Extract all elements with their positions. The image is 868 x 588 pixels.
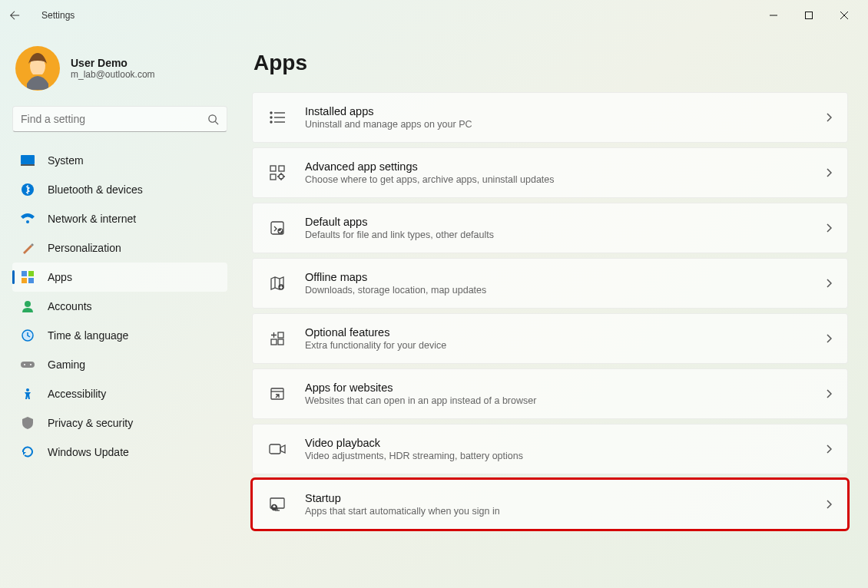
card-desc: Extra functionality for your device: [305, 340, 826, 351]
nav-accounts[interactable]: Accounts: [12, 292, 227, 321]
profile-block[interactable]: User Demo m_lab@outlook.com: [12, 37, 227, 103]
nav-label: Bluetooth & devices: [48, 183, 143, 196]
card-desc: Video adjustments, HDR streaming, batter…: [305, 451, 826, 461]
chevron-right-icon: [826, 389, 832, 398]
nav-system[interactable]: System: [12, 146, 227, 175]
nav-label: Time & language: [48, 329, 128, 342]
chevron-right-icon: [826, 334, 832, 343]
card-default-apps[interactable]: Default appsDefaults for file and link t…: [252, 203, 848, 253]
card-offline-maps[interactable]: Offline mapsDownloads, storage location,…: [252, 258, 848, 309]
chevron-right-icon: [826, 113, 832, 122]
card-title: Apps for websites: [305, 382, 826, 394]
system-icon: [20, 155, 35, 166]
card-startup[interactable]: StartupApps that start automatically whe…: [252, 479, 848, 530]
profile-name: User Demo: [71, 57, 155, 69]
main-panel: Apps Installed appsUninstall and manage …: [240, 31, 868, 588]
nav-label: Privacy & security: [48, 417, 133, 429]
svg-point-18: [24, 364, 25, 365]
nav-update[interactable]: Windows Update: [12, 438, 227, 467]
nav-label: Gaming: [48, 358, 85, 371]
chevron-right-icon: [826, 223, 832, 233]
svg-rect-12: [28, 271, 34, 276]
svg-rect-11: [22, 271, 27, 276]
chevron-right-icon: [826, 444, 832, 454]
nav-label: System: [48, 154, 84, 167]
card-desc: Websites that can open in an app instead…: [305, 395, 826, 406]
card-video-playback[interactable]: Video playbackVideo adjustments, HDR str…: [252, 424, 848, 474]
svg-rect-7: [21, 155, 35, 164]
nav-time[interactable]: Time & language: [12, 321, 227, 350]
nav-list: System Bluetooth & devices Network & int…: [12, 146, 227, 467]
svg-rect-17: [21, 362, 35, 368]
svg-rect-35: [271, 339, 277, 345]
card-advanced-app-settings[interactable]: Advanced app settingsChoose where to get…: [252, 147, 848, 198]
svg-rect-29: [270, 174, 276, 180]
update-icon: [20, 446, 35, 458]
nav-network[interactable]: Network & internet: [12, 204, 227, 233]
svg-rect-13: [22, 278, 27, 283]
page-heading: Apps: [253, 51, 848, 75]
svg-point-20: [26, 388, 29, 391]
card-title: Optional features: [305, 326, 826, 339]
card-desc: Downloads, storage location, map updates: [305, 285, 826, 296]
svg-rect-1: [806, 12, 813, 19]
nav-label: Accounts: [48, 300, 92, 312]
maximize-button[interactable]: [791, 3, 827, 28]
svg-rect-36: [278, 339, 283, 345]
svg-rect-8: [21, 164, 35, 166]
close-button[interactable]: [827, 3, 862, 28]
chevron-right-icon: [826, 279, 832, 288]
svg-rect-37: [271, 388, 283, 399]
card-title: Installed apps: [305, 105, 826, 117]
svg-point-15: [25, 301, 31, 307]
nav-label: Windows Update: [48, 446, 129, 458]
add-feature-icon: [268, 331, 287, 346]
minimize-button[interactable]: [756, 3, 791, 28]
card-title: Startup: [305, 492, 826, 504]
search-input[interactable]: [21, 113, 207, 125]
nav-accessibility[interactable]: Accessibility: [12, 379, 227, 408]
accessibility-icon: [20, 388, 35, 400]
nav-gaming[interactable]: Gaming: [12, 350, 227, 379]
startup-icon: [268, 497, 287, 511]
nav-personalization[interactable]: Personalization: [12, 233, 227, 263]
nav-label: Network & internet: [48, 213, 136, 225]
svg-rect-39: [270, 444, 280, 454]
window-title: Settings: [34, 10, 75, 21]
clock-icon: [20, 329, 35, 342]
wifi-icon: [20, 213, 35, 224]
window-link-icon: [268, 387, 287, 401]
card-desc: Defaults for file and link types, other …: [305, 230, 826, 240]
brush-icon: [20, 241, 35, 255]
svg-rect-27: [270, 166, 276, 171]
svg-rect-34: [278, 332, 283, 338]
card-title: Advanced app settings: [305, 160, 826, 173]
search-box[interactable]: [12, 106, 227, 132]
search-icon: [207, 114, 219, 125]
card-optional-features[interactable]: Optional featuresExtra functionality for…: [252, 313, 848, 364]
nav-label: Personalization: [48, 242, 121, 254]
card-installed-apps[interactable]: Installed appsUninstall and manage apps …: [252, 92, 848, 143]
svg-point-25: [270, 121, 272, 123]
svg-point-30: [279, 174, 283, 179]
apps-icon: [20, 271, 35, 283]
nav-privacy[interactable]: Privacy & security: [12, 408, 227, 438]
svg-line-6: [215, 121, 218, 124]
profile-email: m_lab@outlook.com: [71, 69, 155, 80]
default-apps-icon: [268, 220, 287, 236]
nav-label: Apps: [48, 271, 72, 283]
nav-bluetooth[interactable]: Bluetooth & devices: [12, 175, 227, 204]
svg-rect-28: [279, 166, 284, 171]
person-icon: [20, 300, 35, 312]
nav-apps[interactable]: Apps: [12, 263, 227, 292]
svg-point-10: [26, 220, 29, 223]
card-title: Offline maps: [305, 271, 826, 283]
card-title: Video playback: [305, 437, 826, 449]
card-apps-for-websites[interactable]: Apps for websitesWebsites that can open …: [252, 368, 848, 419]
svg-point-19: [30, 364, 31, 365]
card-desc: Apps that start automatically when you s…: [305, 506, 826, 517]
svg-point-5: [209, 114, 216, 121]
avatar: [15, 46, 60, 91]
back-button[interactable]: [9, 10, 34, 21]
chevron-right-icon: [826, 500, 832, 509]
